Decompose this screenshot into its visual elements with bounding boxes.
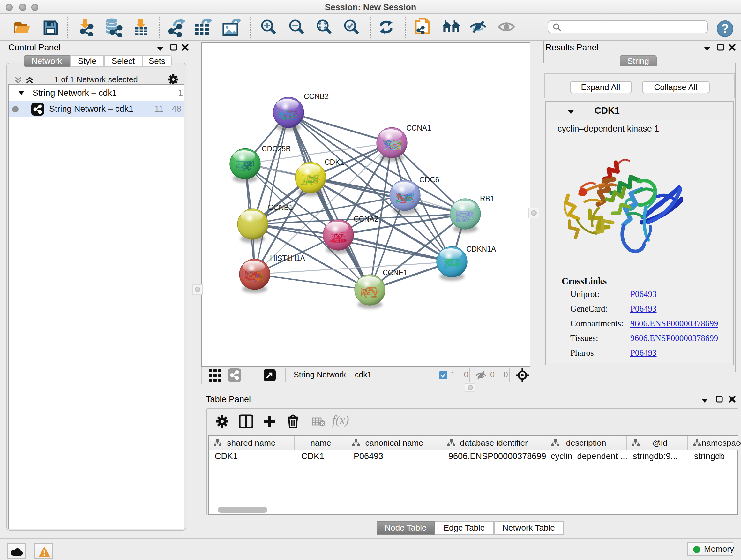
svg-text:RB1: RB1: [480, 194, 494, 203]
svg-text:CCNA1: CCNA1: [406, 124, 431, 132]
svg-text:CDC25B: CDC25B: [262, 145, 291, 153]
svg-text:CCNA2: CCNA2: [354, 215, 379, 223]
svg-text:CCNB1: CCNB1: [268, 203, 293, 212]
svg-text:CCNE1: CCNE1: [383, 268, 408, 277]
svg-text:CDKN1A: CDKN1A: [466, 245, 496, 253]
svg-text:CDK1: CDK1: [325, 158, 344, 166]
svg-text:CDC6: CDC6: [419, 176, 440, 184]
svg-text:?: ?: [721, 21, 729, 35]
svg-text:HIST1H1A: HIST1H1A: [270, 254, 306, 262]
svg-text:CCNB2: CCNB2: [304, 92, 329, 101]
